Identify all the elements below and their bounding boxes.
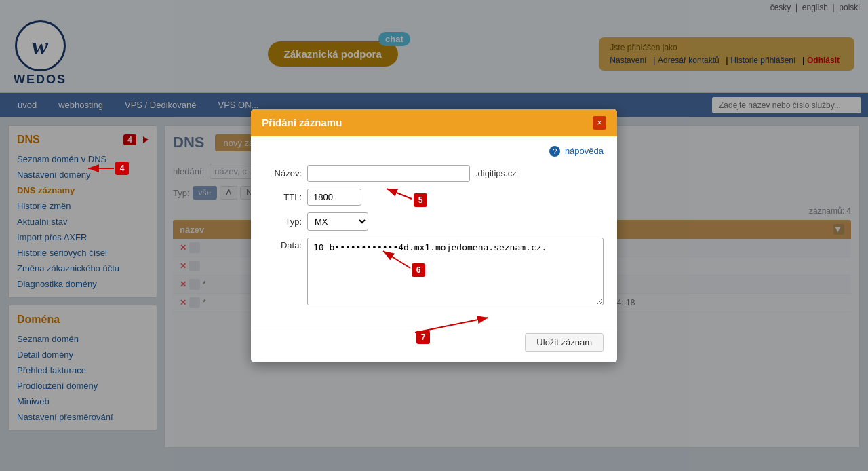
modal-header: Přidání záznamu × bbox=[251, 109, 617, 136]
form-row-nazev: Název: .digitips.cz bbox=[264, 165, 604, 182]
data-textarea[interactable]: 10 b••••••••••••4d.mx1.mojedomena.seznam… bbox=[307, 238, 604, 305]
data-label: Data: bbox=[264, 240, 302, 250]
modal-overlay: Přidání záznamu × ? nápověda Název: .dig… bbox=[0, 0, 868, 456]
nazev-input[interactable] bbox=[307, 165, 470, 182]
form-row-data: Data: 10 b••••••••••••4d.mx1.mojedomena.… bbox=[264, 238, 604, 305]
modal-title: Přidání záznamu bbox=[262, 117, 342, 128]
nazev-suffix: .digitips.cz bbox=[475, 168, 517, 178]
modal-help: ? nápověda bbox=[264, 146, 604, 157]
save-button[interactable]: Uložit záznam bbox=[525, 333, 604, 352]
ttl-input[interactable] bbox=[307, 189, 361, 206]
modal-footer: Uložit záznam bbox=[251, 326, 617, 362]
typ-label: Typ: bbox=[264, 216, 302, 227]
modal-body: ? nápověda Název: .digitips.cz TTL: Typ:… bbox=[251, 136, 617, 326]
form-row-typ: Typ: A AAAA CNAME MX NS TXT SRV CAA bbox=[264, 212, 604, 231]
nazev-label: Název: bbox=[264, 168, 302, 178]
ttl-label: TTL: bbox=[264, 192, 302, 202]
help-link[interactable]: nápověda bbox=[565, 146, 604, 156]
help-icon: ? bbox=[549, 146, 560, 157]
modal-close-button[interactable]: × bbox=[593, 116, 606, 130]
typ-select[interactable]: A AAAA CNAME MX NS TXT SRV CAA bbox=[307, 212, 368, 231]
form-row-ttl: TTL: bbox=[264, 189, 604, 206]
modal-dialog: Přidání záznamu × ? nápověda Název: .dig… bbox=[251, 109, 617, 362]
